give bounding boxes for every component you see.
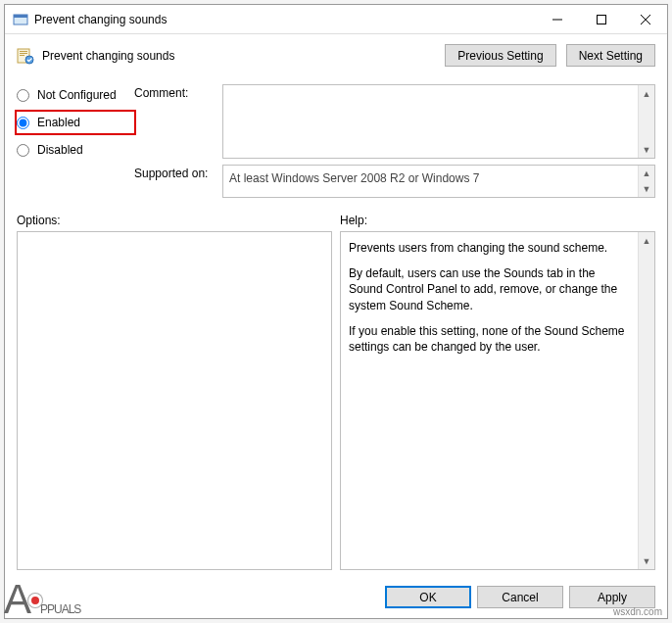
help-box[interactable]: Prevents users from changing the sound s… — [340, 231, 655, 570]
supported-field: At least Windows Server 2008 R2 or Windo… — [222, 165, 655, 198]
radio-not-configured-label: Not Configured — [37, 88, 117, 102]
comment-scrollbar[interactable]: ▲ ▼ — [638, 85, 654, 158]
scroll-up-icon: ▲ — [639, 166, 654, 181]
scroll-down-icon: ▼ — [639, 181, 654, 197]
policy-editor-window: Prevent changing sounds Prevent changing… — [4, 4, 668, 619]
radio-enabled-label: Enabled — [37, 116, 80, 129]
supported-scrollbar[interactable]: ▲ ▼ — [638, 166, 654, 197]
scroll-down-icon: ▼ — [639, 552, 654, 569]
comment-field[interactable]: ▲ ▼ — [222, 84, 655, 159]
setting-header: Prevent changing sounds Previous Setting… — [17, 44, 655, 67]
supported-label: Supported on: — [134, 165, 222, 198]
cancel-button[interactable]: Cancel — [477, 586, 563, 608]
help-scrollbar[interactable]: ▲ ▼ — [638, 232, 654, 569]
radio-enabled-input[interactable] — [17, 117, 29, 129]
maximize-button[interactable] — [579, 5, 623, 33]
close-icon — [641, 15, 650, 24]
options-box[interactable] — [17, 231, 332, 570]
config-row: Not Configured Enabled Disabled Comment: — [17, 84, 655, 159]
maximize-icon — [597, 15, 606, 24]
scroll-up-icon: ▲ — [639, 232, 654, 249]
close-button[interactable] — [623, 5, 667, 33]
previous-setting-button[interactable]: Previous Setting — [445, 44, 555, 67]
comment-label: Comment: — [134, 84, 222, 159]
scroll-down-icon: ▼ — [639, 141, 654, 158]
radio-disabled-label: Disabled — [37, 143, 83, 157]
titlebar: Prevent changing sounds — [5, 5, 667, 34]
radio-not-configured-input[interactable] — [17, 89, 29, 102]
radio-not-configured[interactable]: Not Configured — [17, 86, 134, 104]
radio-disabled[interactable]: Disabled — [17, 141, 134, 159]
apply-button[interactable]: Apply — [569, 586, 655, 608]
ok-button[interactable]: OK — [385, 586, 471, 608]
next-setting-button[interactable]: Next Setting — [566, 44, 655, 67]
supported-row: Supported on: At least Windows Server 20… — [17, 165, 655, 198]
scroll-up-icon: ▲ — [639, 85, 654, 102]
dialog-footer: OK Cancel Apply — [5, 578, 667, 618]
options-label: Options: — [17, 214, 332, 227]
help-content: Prevents users from changing the sound s… — [341, 232, 654, 372]
radio-disabled-input[interactable] — [17, 144, 29, 157]
svg-rect-1 — [14, 15, 27, 18]
window-title: Prevent changing sounds — [34, 13, 535, 26]
nav-buttons: Previous Setting Next Setting — [445, 44, 655, 67]
svg-rect-7 — [20, 51, 27, 52]
svg-rect-3 — [597, 15, 605, 24]
highlight-box: Enabled — [15, 110, 136, 135]
dialog-body: Prevent changing sounds Previous Setting… — [5, 34, 667, 578]
supported-value: At least Windows Server 2008 R2 or Windo… — [229, 171, 479, 185]
help-p3: If you enable this setting, none of the … — [349, 323, 631, 355]
svg-rect-8 — [20, 53, 27, 54]
window-icon — [13, 12, 28, 27]
svg-rect-9 — [20, 55, 24, 56]
state-radios: Not Configured Enabled Disabled — [17, 84, 134, 159]
help-label: Help: — [340, 214, 655, 227]
minimize-icon — [552, 15, 562, 24]
source-watermark: wsxdn.com — [613, 606, 662, 617]
lower-panels: Options: Help: Prevents users from chang… — [17, 214, 655, 570]
setting-name: Prevent changing sounds — [42, 49, 445, 63]
help-panel: Help: Prevents users from changing the s… — [340, 214, 655, 570]
radio-enabled[interactable]: Enabled — [17, 114, 132, 131]
options-panel: Options: — [17, 214, 332, 570]
help-p1: Prevents users from changing the sound s… — [349, 240, 631, 256]
svg-point-10 — [25, 56, 33, 64]
help-p2: By default, users can use the Sounds tab… — [349, 265, 631, 313]
minimize-button[interactable] — [535, 5, 579, 33]
policy-icon — [17, 47, 34, 65]
